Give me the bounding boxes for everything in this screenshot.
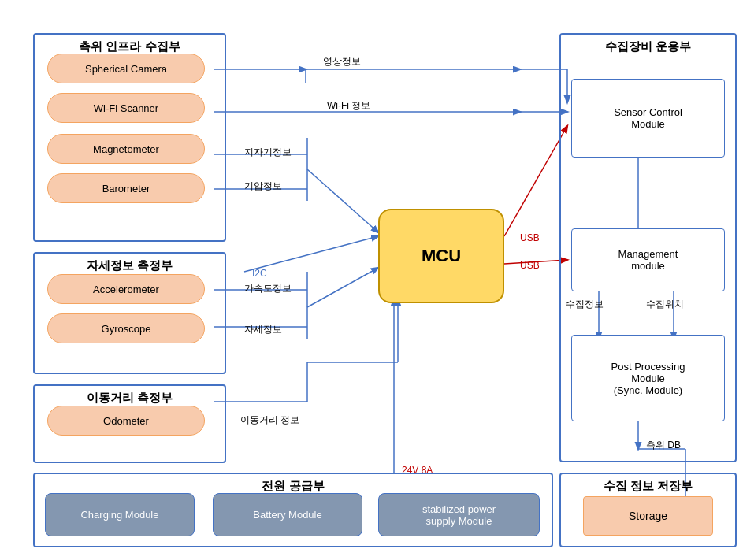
svg-line-7	[307, 169, 378, 232]
barometer-item: Barometer	[47, 173, 205, 203]
collection-info-label: 수집정보	[566, 298, 604, 311]
svg-line-17	[504, 126, 567, 236]
wifi-scanner-item: Wi-Fi Scanner	[47, 93, 205, 123]
collection-loc-label: 수집위치	[646, 298, 684, 311]
distance-info-label: 이동거리 정보	[240, 414, 299, 427]
collection-ops-label: 수집장비 운용부	[605, 39, 691, 54]
attitude-label: 자세정보 측정부	[87, 258, 173, 273]
magnetometer-item: Magnetometer	[47, 134, 205, 164]
power-label: 전원 공급부	[262, 479, 324, 494]
stabilized-power-module: stabilized power supply Module	[378, 493, 540, 536]
pressure-info-label: 기압정보	[244, 180, 282, 193]
i2c-label: I2C	[252, 268, 267, 279]
svg-line-12	[307, 268, 378, 307]
survey-db-label: 측위 DB	[646, 439, 681, 452]
post-processing-module: Post Processing Module (Sync. Module)	[571, 335, 725, 421]
distance-label: 이동거리 측정부	[87, 391, 173, 406]
management-module: Management module	[571, 228, 725, 291]
charging-module-item: Charging Module	[45, 493, 195, 536]
sensor-control-module: Sensor Control Module	[571, 79, 725, 158]
accel-info-label: 가속도정보	[244, 282, 292, 295]
magnetic-info-label: 지자기정보	[244, 146, 292, 159]
main-diagram: 측위 인프라 수집부 Spherical Camera Wi-Fi Scanne…	[0, 0, 754, 560]
usb1-label: USB	[520, 232, 540, 243]
gyroscope-item: Gyroscope	[47, 313, 205, 343]
power-24v-label: 24V 8A	[402, 465, 433, 476]
battery-module-item: Battery Module	[213, 493, 362, 536]
svg-line-8	[244, 236, 378, 272]
usb2-label: USB	[520, 260, 540, 271]
mcu-box: MCU	[378, 209, 504, 303]
wifi-info-label: Wi-Fi 정보	[327, 99, 370, 113]
storage-item: Storage	[583, 496, 713, 536]
odometer-item: Odometer	[47, 406, 205, 436]
spherical-camera-item: Spherical Camera	[47, 54, 205, 83]
attitude-info-label: 자세정보	[244, 323, 282, 336]
accelerometer-item: Accelerometer	[47, 274, 205, 304]
data-storage-label: 수집 정보 저장부	[604, 479, 693, 494]
video-info-label: 영상정보	[323, 55, 361, 69]
sensor-collection-label: 측위 인프라 수집부	[79, 39, 180, 54]
